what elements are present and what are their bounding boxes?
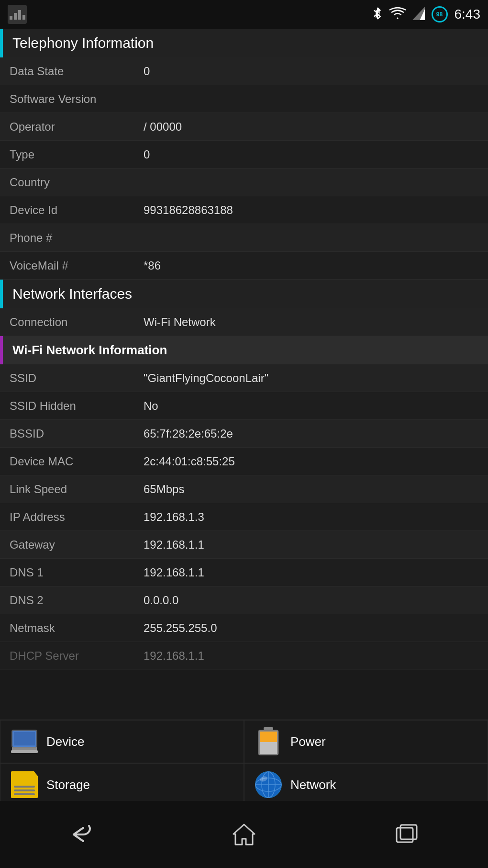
status-time: 6:43 bbox=[455, 7, 481, 22]
wifi-label-0: SSID bbox=[10, 372, 144, 385]
wifi-label-7: DNS 1 bbox=[10, 566, 144, 579]
svg-rect-9 bbox=[264, 727, 273, 730]
wifi-value-6: 192.168.1.1 bbox=[144, 538, 204, 552]
svg-rect-12 bbox=[260, 742, 277, 754]
bottom-tabs: Device Power bbox=[0, 720, 488, 801]
wifi-rows: SSID "GiantFlyingCocoonLair" SSID Hidden… bbox=[0, 364, 488, 670]
telephony-label-5: Device Id bbox=[10, 203, 144, 217]
telephony-row-3: Type 0 bbox=[0, 141, 488, 169]
telephony-label-1: Software Version bbox=[10, 92, 144, 106]
wifi-label-8: DNS 2 bbox=[10, 594, 144, 607]
wifi-value-7: 192.168.1.1 bbox=[144, 566, 204, 579]
telephony-value-5: 99318628863188 bbox=[144, 203, 233, 217]
wifi-icon bbox=[389, 7, 406, 22]
signal-icon bbox=[412, 7, 425, 22]
telephony-section-header: Telephony Information bbox=[0, 29, 488, 57]
status-left bbox=[8, 5, 27, 24]
telephony-row-0: Data State 0 bbox=[0, 57, 488, 85]
wifi-value-3: 2c:44:01:c8:55:25 bbox=[144, 455, 235, 468]
telephony-label-7: VoiceMail # bbox=[10, 259, 144, 272]
svg-rect-8 bbox=[11, 750, 38, 753]
power-tab-icon bbox=[254, 727, 283, 756]
wifi-value-2: 65:7f:28:2e:65:2e bbox=[144, 427, 233, 440]
wifi-value-5: 192.168.1.3 bbox=[144, 510, 204, 524]
telephony-value-7: *86 bbox=[144, 259, 161, 272]
tab-device[interactable]: Device bbox=[0, 720, 244, 763]
telephony-row-5: Device Id 99318628863188 bbox=[0, 196, 488, 224]
wifi-row-6: Gateway 192.168.1.1 bbox=[0, 531, 488, 559]
recents-button[interactable] bbox=[388, 815, 426, 854]
tab-power[interactable]: Power bbox=[244, 720, 488, 763]
wifi-value-4: 65Mbps bbox=[144, 483, 184, 496]
wifi-label-6: Gateway bbox=[10, 538, 144, 552]
wifi-label-9: Netmask bbox=[10, 621, 144, 635]
wifi-row-2: BSSID 65:7f:28:2e:65:2e bbox=[0, 420, 488, 448]
power-tab-label: Power bbox=[290, 734, 326, 749]
tab-network[interactable]: Network bbox=[244, 763, 488, 806]
wifi-value-1: No bbox=[144, 399, 158, 413]
wifi-row-5: IP Address 192.168.1.3 bbox=[0, 503, 488, 531]
telephony-row-4: Country bbox=[0, 169, 488, 196]
wifi-value-9: 255.255.255.0 bbox=[144, 621, 217, 635]
wifi-section-header: Wi-Fi Network Information bbox=[0, 336, 488, 364]
svg-rect-7 bbox=[12, 747, 37, 750]
wifi-row-1: SSID Hidden No bbox=[0, 392, 488, 420]
wifi-label-1: SSID Hidden bbox=[10, 399, 144, 413]
storage-tab-icon bbox=[10, 770, 39, 799]
wifi-row-7: DNS 1 192.168.1.1 bbox=[0, 559, 488, 586]
telephony-label-6: Phone # bbox=[10, 231, 144, 245]
wifi-label-5: IP Address bbox=[10, 510, 144, 524]
telephony-row-1: Software Version bbox=[0, 85, 488, 113]
bluetooth-icon bbox=[372, 7, 383, 22]
wifi-label-2: BSSID bbox=[10, 427, 144, 440]
svg-rect-14 bbox=[14, 789, 35, 791]
svg-rect-13 bbox=[14, 786, 35, 788]
battery-percent: 98 bbox=[432, 6, 448, 23]
wifi-row-4: Link Speed 65Mbps bbox=[0, 475, 488, 503]
wifi-value-8: 0.0.0.0 bbox=[144, 594, 178, 607]
svg-rect-6 bbox=[14, 732, 35, 745]
svg-rect-15 bbox=[14, 793, 35, 795]
status-bar: 98 6:43 bbox=[0, 0, 488, 29]
telephony-value-2: / 00000 bbox=[144, 120, 182, 134]
svg-marker-22 bbox=[233, 824, 255, 845]
wifi-value-10: 192.168.1.1 bbox=[144, 649, 204, 663]
net-label-0: Connection bbox=[10, 316, 144, 329]
tab-storage[interactable]: Storage bbox=[0, 763, 244, 806]
wifi-label-4: Link Speed bbox=[10, 483, 144, 496]
wifi-row-8: DNS 2 0.0.0.0 bbox=[0, 586, 488, 614]
net-row-0: Connection Wi-Fi Network bbox=[0, 308, 488, 336]
main-content: Telephony Information Data State 0 Softw… bbox=[0, 29, 488, 720]
net-value-0: Wi-Fi Network bbox=[144, 316, 216, 329]
wifi-row-10: DHCP Server 192.168.1.1 bbox=[0, 642, 488, 670]
network-interface-rows: Connection Wi-Fi Network bbox=[0, 308, 488, 336]
telephony-label-4: Country bbox=[10, 176, 144, 189]
network-interfaces-section-header: Network Interfaces bbox=[0, 280, 488, 308]
nav-bar bbox=[0, 801, 488, 868]
telephony-row-2: Operator / 00000 bbox=[0, 113, 488, 141]
telephony-row-7: VoiceMail # *86 bbox=[0, 252, 488, 280]
svg-rect-11 bbox=[260, 732, 277, 742]
storage-tab-label: Storage bbox=[46, 778, 90, 792]
device-tab-label: Device bbox=[46, 734, 84, 749]
wifi-label-10: DHCP Server bbox=[10, 649, 144, 663]
telephony-value-0: 0 bbox=[144, 65, 150, 78]
wifi-row-3: Device MAC 2c:44:01:c8:55:25 bbox=[0, 448, 488, 475]
back-button[interactable] bbox=[62, 815, 100, 854]
home-button[interactable] bbox=[225, 815, 263, 854]
status-right: 98 6:43 bbox=[372, 6, 481, 23]
telephony-label-3: Type bbox=[10, 148, 144, 161]
network-tab-label: Network bbox=[290, 778, 336, 792]
telephony-label-0: Data State bbox=[10, 65, 144, 78]
device-tab-icon bbox=[10, 727, 39, 756]
network-tab-icon bbox=[254, 770, 283, 799]
telephony-value-3: 0 bbox=[144, 148, 150, 161]
wifi-row-0: SSID "GiantFlyingCocoonLair" bbox=[0, 364, 488, 392]
telephony-label-2: Operator bbox=[10, 120, 144, 134]
app-icon bbox=[8, 5, 27, 24]
wifi-row-9: Netmask 255.255.255.0 bbox=[0, 614, 488, 642]
telephony-row-6: Phone # bbox=[0, 224, 488, 252]
wifi-value-0: "GiantFlyingCocoonLair" bbox=[144, 372, 268, 385]
app-icon-bars bbox=[10, 9, 25, 20]
telephony-rows: Data State 0 Software Version Operator /… bbox=[0, 57, 488, 280]
